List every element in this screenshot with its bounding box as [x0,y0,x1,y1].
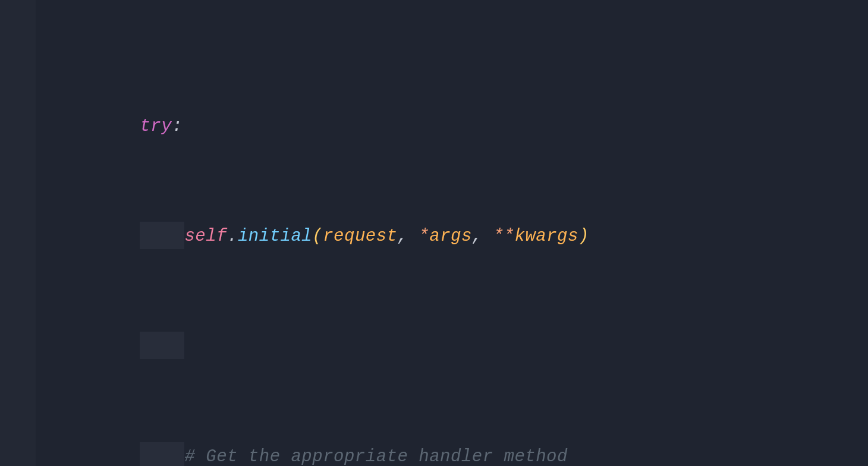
ident-args: args [429,226,472,246]
indent-guide [140,222,184,249]
code-line[interactable]: self.initial(request, *args, **kwargs) [76,189,868,221]
ident-kwargs: kwargs [514,226,578,246]
ident-request: request [323,226,397,246]
comment: # Get the appropriate handler method [184,447,568,466]
method-initial: initial [238,226,312,246]
comma: , [398,226,419,246]
code-area[interactable]: try: self.initial(request, *args, **kwar… [76,0,868,466]
colon: : [172,116,183,136]
paren-close: ) [578,226,589,246]
code-line[interactable] [76,299,868,331]
indent-guide [140,332,184,359]
self-keyword: self [184,226,227,246]
line-number-gutter [0,0,36,466]
code-editor[interactable]: try: self.initial(request, *args, **kwar… [0,0,868,466]
keyword-try: try [140,116,172,136]
paren-open: ( [312,226,323,246]
dot: . [227,226,238,246]
star-op: * [419,226,429,246]
code-line[interactable]: # Get the appropriate handler method [76,410,868,442]
fold-column [36,0,76,466]
indent-guide [140,442,184,466]
code-line[interactable]: try: [76,78,868,111]
dstar-op: ** [493,226,515,246]
comma: , [472,226,493,246]
